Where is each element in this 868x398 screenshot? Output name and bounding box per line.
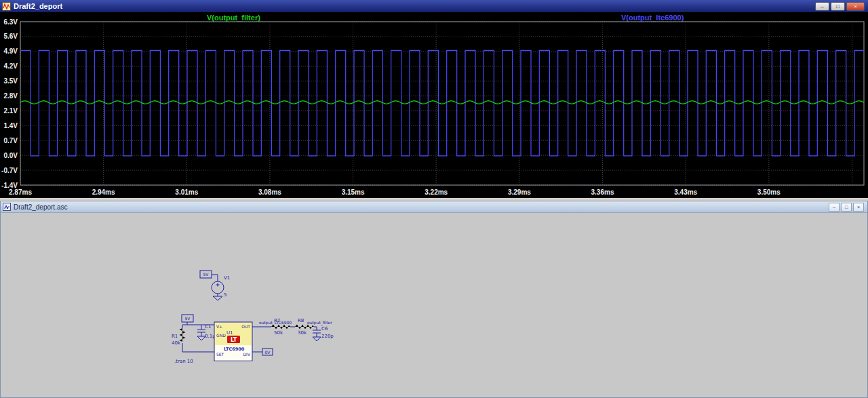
component-name: R1 [172,334,178,339]
component-name: C1 [205,324,211,330]
schematic-titlebar[interactable]: Draft2_deport.asc – □ × [1,201,867,213]
x-axis-label: 2.94ms [92,188,115,196]
y-axis-label: 4.2V [3,62,18,70]
y-axis-label: 1.4V [3,122,18,130]
x-axis-label: 2.87ms [9,188,32,196]
y-axis-label: 6.3V [3,18,18,26]
y-axis-label: 0.7V [3,137,18,144]
component-name[interactable]: V1 [224,275,230,281]
component-name: U1 [226,330,233,336]
net-label: 5V [185,316,191,321]
x-axis-label: 3.43ms [674,188,697,196]
close-button[interactable]: × [853,203,864,212]
y-axis-label: 2.8V [3,92,18,100]
waveform-titlebar[interactable]: Draft2_deport – □ × [0,0,868,12]
maximize-button[interactable]: □ [841,203,852,212]
pin-label-div: DIV [243,352,251,357]
ground-icon [213,296,222,300]
net-label-output-ltc6900[interactable]: output_LTC6900 [259,320,292,325]
x-axis-label: 3.15ms [342,188,365,196]
net-label: 0V [265,350,271,355]
pin-label-gnd: GND [216,333,226,338]
resistor-r1[interactable]: R1 40k [172,328,186,346]
maximize-button[interactable]: □ [831,2,845,11]
y-axis-label: -0.7V [1,167,18,174]
x-axis-label: 3.50ms [757,188,781,196]
schematic-window: Draft2_deport.asc – □ × [0,201,868,398]
net-flag-5v-left[interactable]: 5V [182,315,193,322]
spice-directive[interactable]: .tran 10 [174,359,193,364]
component-part: LTC6900 [224,346,245,352]
ltspice-waveform-icon [2,2,11,11]
waveform-canvas[interactable]: 6.3V5.6V4.9V4.2V3.5V2.8V2.1V1.4V0.7V0.0V… [0,12,868,198]
close-button[interactable]: × [846,2,865,11]
waveform-window: Draft2_deport – □ × V(output_filter) V(o… [0,0,868,198]
window-title: Draft2_deport [14,2,62,10]
x-axis-label: 3.29ms [508,188,531,196]
component-value: 220p [321,334,334,339]
net-flag-0v-div[interactable]: 0V [262,349,273,355]
y-axis-label: 4.9V [3,47,18,55]
x-axis-label: 3.36ms [591,188,614,196]
net-label-output-filter[interactable]: output_filter [307,320,332,325]
component-value[interactable]: 5 [224,292,226,298]
lt-logo-text: LT [231,337,237,343]
schematic-canvas-area: V1 5 5V 5V 0V [1,213,867,397]
component-value: 50k [274,330,283,336]
minimize-button[interactable]: – [829,203,840,212]
x-axis-label: 3.22ms [425,188,448,196]
ic-u1-ltc6900[interactable]: V+ OUT GND SET DIV U1 LT LTC6900 [214,322,252,361]
component-name: C6 [321,326,328,332]
waveform-plot-area: V(output_filter) V(output_ltc6900) 6.3V5… [0,12,868,198]
y-axis-label: 2.1V [3,107,18,115]
y-axis-label: 5.6V [3,33,18,40]
ground-icon [313,337,321,341]
schematic-canvas[interactable]: V1 5 5V 5V 0V [1,213,867,397]
window-controls: – □ × [829,203,865,212]
capacitor-c1[interactable]: C1 0.1µ [197,324,216,339]
voltage-source-v1[interactable]: V1 5 [212,275,230,298]
window-title: Draft2_deport.asc [14,203,68,211]
component-value: 40k [172,340,181,346]
x-axis-label: 3.01ms [175,188,198,196]
x-axis-label: 3.08ms [258,188,281,196]
pin-label-out: OUT [241,324,250,329]
component-name: R8 [298,318,304,323]
pin-label-set: SET [216,352,224,357]
net-label: 5V [203,272,210,277]
schematic-icon [3,203,11,211]
pin-label-vplus: V+ [216,324,222,329]
y-axis-label: 0.0V [3,152,18,159]
net-flag-5v-v1[interactable]: 5V [200,271,212,278]
trace-v-output-filter[interactable] [20,101,864,104]
y-axis-label: -1.4V [1,182,18,189]
desktop: Draft2_deport – □ × V(output_filter) V(o… [0,0,868,398]
y-axis-label: 3.5V [3,77,18,85]
window-controls: – □ × [815,2,866,11]
component-value: 30k [298,330,307,336]
minimize-button[interactable]: – [815,2,829,11]
